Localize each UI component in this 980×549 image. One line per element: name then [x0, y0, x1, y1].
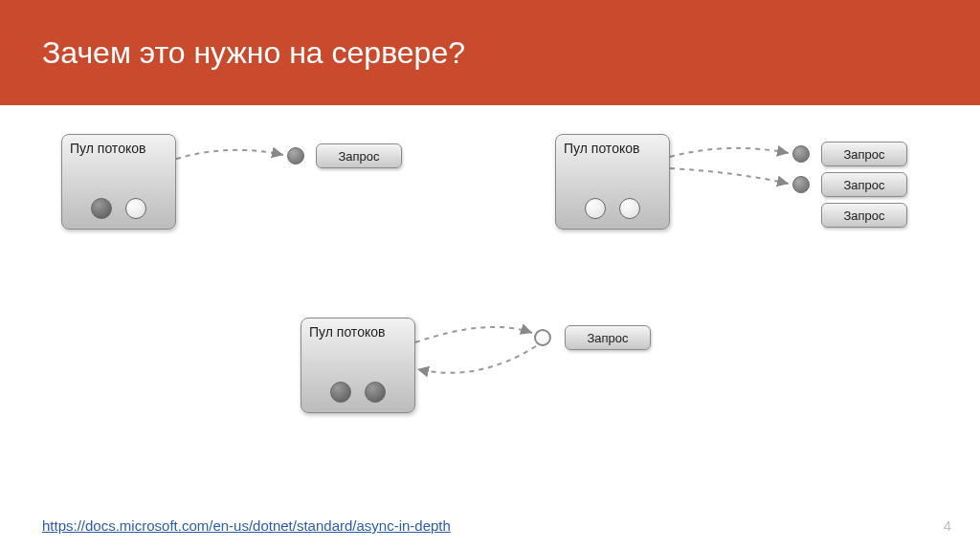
- request-label: Запрос: [843, 178, 884, 192]
- slide-title: Зачем это нужно на сервере?: [42, 35, 465, 71]
- request-pill-2c: Запрос: [821, 203, 907, 228]
- request-pill-2b: Запрос: [821, 172, 907, 197]
- page-number: 4: [944, 517, 951, 534]
- thread-pool-box-3: Пул потоков: [301, 318, 415, 413]
- request-circle-3: [534, 329, 551, 346]
- thread-dot-light: [619, 198, 640, 219]
- pool3-dots: [301, 382, 414, 403]
- request-pill-3: Запрос: [565, 325, 651, 350]
- thread-dot-dark: [330, 382, 351, 403]
- request-pill-1: Запрос: [316, 143, 402, 168]
- request-circle-2a: [792, 145, 810, 163]
- thread-pool-box-1: Пул потоков: [61, 134, 176, 230]
- thread-dot-dark: [365, 382, 386, 403]
- pool1-dots: [62, 198, 175, 219]
- request-label: Запрос: [338, 149, 379, 164]
- thread-dot-light: [585, 198, 606, 219]
- request-label: Запрос: [843, 147, 884, 162]
- request-circle-1: [287, 147, 304, 165]
- request-label: Запрос: [587, 331, 628, 345]
- thread-pool-label: Пул потоков: [564, 141, 639, 156]
- thread-pool-label: Пул потоков: [70, 141, 145, 156]
- thread-pool-label: Пул потоков: [309, 324, 385, 340]
- thread-pool-box-2: Пул потоков: [555, 134, 670, 230]
- thread-dot-dark: [91, 198, 112, 219]
- slide-header: Зачем это нужно на сервере?: [0, 0, 980, 105]
- request-circle-2b: [792, 176, 810, 193]
- request-pill-2a: Запрос: [821, 142, 907, 166]
- thread-dot-light: [125, 198, 146, 219]
- reference-link[interactable]: https://docs.microsoft.com/en-us/dotnet/…: [42, 517, 451, 534]
- pool2-dots: [556, 198, 669, 219]
- diagram-canvas: Пул потоков Запрос Пул потоков Запрос За…: [0, 105, 980, 549]
- request-label: Запрос: [843, 209, 884, 223]
